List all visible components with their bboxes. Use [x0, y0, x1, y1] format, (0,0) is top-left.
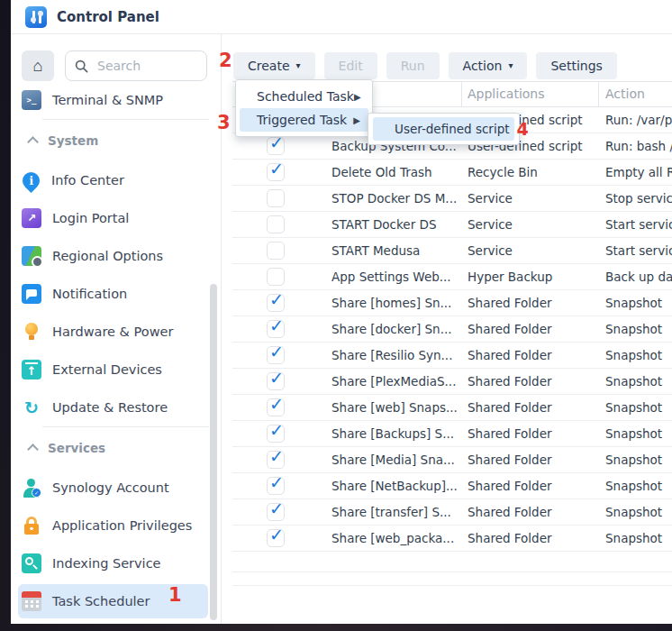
row-checkbox[interactable]: [267, 320, 285, 338]
sidebar-item[interactable]: Notification: [11, 275, 221, 313]
sidebar-item[interactable]: Regional Options: [11, 237, 221, 275]
search-input[interactable]: [95, 58, 197, 74]
row-checkbox[interactable]: [267, 451, 285, 469]
search-box[interactable]: [65, 50, 207, 81]
sidebar: ⌂ Terminal & SNMP: [11, 34, 222, 624]
table-row[interactable]: App Settings Web... Hyper Backup Back up…: [222, 264, 672, 290]
sidebar-item[interactable]: External Devices: [11, 351, 221, 389]
toolbar-button-label: Edit: [339, 59, 363, 73]
toolbar-button[interactable]: Create ▾: [233, 52, 315, 79]
synology-account-icon: [22, 478, 41, 498]
task-name-cell: Delete Old Trash: [331, 160, 459, 186]
menu-item[interactable]: Triggered Task ▶: [240, 108, 368, 132]
table-footer-line: [232, 585, 672, 586]
application-cell: Shared Folder: [468, 526, 596, 552]
window-header: Control Panel: [11, 0, 672, 34]
action-cell: Run: /var/p: [605, 107, 672, 133]
sidebar-item[interactable]: System: [11, 120, 221, 161]
toolbar-button[interactable]: Action ▾: [449, 52, 528, 79]
chevron-up-icon: [27, 444, 39, 455]
row-checkbox[interactable]: [267, 529, 285, 547]
sidebar-item[interactable]: Update & Restore: [11, 389, 221, 426]
table-row[interactable]: Share [transfer] S... Shared Folder Snap…: [222, 499, 672, 526]
application-cell: Shared Folder: [468, 447, 596, 473]
caret-down-icon: ▾: [508, 61, 513, 70]
table-row[interactable]: Share [docker] Sn... Shared Folder Snaps…: [222, 316, 672, 343]
home-icon: ⌂: [33, 58, 43, 74]
external-devices-icon: [22, 360, 41, 380]
task-name-cell: Share [transfer] S...: [331, 499, 459, 526]
row-checkbox[interactable]: [267, 294, 285, 312]
table-row[interactable]: Share [PlexMediaS... Shared Folder Snaps…: [222, 369, 672, 395]
table-row[interactable]: Share [homes] Sn... Shared Folder Snapsh…: [222, 290, 672, 316]
sidebar-item[interactable]: Terminal & SNMP: [11, 81, 221, 119]
sidebar-item[interactable]: Hardware & Power: [11, 313, 221, 351]
sidebar-item[interactable]: Login Portal: [11, 199, 221, 237]
task-name-cell: Share [docker] Sn...: [331, 316, 459, 343]
column-header-applications[interactable]: Applications: [468, 81, 545, 107]
application-cell: Shared Folder: [468, 316, 596, 343]
table-row[interactable]: Delete Old Trash Recycle Bin Empty all R: [222, 160, 672, 186]
sidebar-item[interactable]: Task Scheduler: [11, 582, 221, 620]
chevron-up-icon: [27, 136, 39, 148]
sidebar-item-label: Terminal & SNMP: [52, 93, 163, 107]
task-name-cell: Share [Resilio Syn...: [331, 343, 459, 369]
sidebar-item[interactable]: Indexing Service: [11, 544, 221, 582]
submenu-item[interactable]: User-defined script 4: [373, 117, 514, 141]
toolbar-button[interactable]: Settings: [536, 52, 616, 79]
table-row[interactable]: START Medusa Service Start servic: [222, 238, 672, 264]
regional-options-icon: [22, 246, 41, 266]
triggered-task-submenu: User-defined script 4: [368, 113, 520, 145]
row-checkbox[interactable]: [267, 137, 285, 155]
sidebar-item-label: System: [48, 133, 98, 148]
action-cell: Snapshot: [605, 447, 672, 473]
sidebar-item[interactable]: Application Privileges: [11, 507, 221, 544]
table-row[interactable]: Share [Backups] S... Shared Folder Snaps…: [222, 421, 672, 447]
sidebar-item-label: Regional Options: [52, 249, 163, 263]
toolbar-button[interactable]: Edit: [324, 52, 377, 79]
row-checkbox[interactable]: [267, 215, 285, 233]
sidebar-item[interactable]: Synology Account: [11, 469, 221, 507]
column-separator: [598, 82, 599, 106]
row-checkbox[interactable]: [267, 372, 285, 390]
row-checkbox[interactable]: [267, 242, 285, 260]
sidebar-item-label: Application Privileges: [52, 518, 192, 533]
home-button[interactable]: ⌂: [22, 50, 54, 81]
table-row[interactable]: START Docker DS Service Start servic: [222, 212, 672, 238]
table-row[interactable]: STOP Docker DS M... Service Stop servic: [222, 186, 672, 212]
sidebar-item[interactable]: Services: [11, 427, 221, 469]
application-cell: Shared Folder: [468, 290, 596, 316]
table-row[interactable]: Share [Media] Sna... Shared Folder Snaps…: [222, 447, 672, 473]
column-header-action[interactable]: Action: [605, 81, 645, 107]
row-checkbox[interactable]: [267, 346, 285, 364]
sidebar-top: ⌂: [11, 34, 221, 81]
toolbar: Create ▾ Edit Run Action ▾ Settings: [233, 52, 617, 79]
update-restore-icon: [22, 398, 41, 417]
submenu-arrow-icon: ▶: [354, 92, 361, 102]
sidebar-item-label: Synology Account: [52, 480, 169, 495]
row-checkbox[interactable]: [267, 503, 285, 521]
table-row[interactable]: Share [web] Snaps... Shared Folder Snaps…: [222, 395, 672, 421]
table-row[interactable]: Share [Resilio Syn... Shared Folder Snap…: [222, 343, 672, 369]
sidebar-item-label: Login Portal: [52, 211, 129, 225]
row-checkbox[interactable]: [267, 477, 285, 495]
callout-3: 3: [217, 114, 231, 133]
menu-item-label: Triggered Task: [257, 113, 347, 127]
row-checkbox[interactable]: [267, 398, 285, 416]
toolbar-button[interactable]: Run: [386, 52, 440, 79]
table-row[interactable]: Share [web_packa... Shared Folder Snapsh…: [222, 526, 672, 552]
sidebar-scrollbar-thumb[interactable]: [210, 284, 217, 620]
sidebar-item[interactable]: Info Center: [11, 161, 221, 199]
menu-item[interactable]: Scheduled Task ▶: [240, 85, 368, 108]
row-checkbox[interactable]: [267, 189, 285, 207]
table-row[interactable]: Share [NetBackup]... Shared Folder Snaps…: [222, 473, 672, 499]
action-cell: Back up dat: [605, 264, 672, 290]
row-checkbox[interactable]: [267, 268, 285, 286]
task-name-cell: Share [homes] Sn...: [331, 290, 459, 316]
sidebar-item-label: Hardware & Power: [52, 325, 173, 339]
control-panel-window: Control Panel ⌂ Terminal & SNMP: [11, 0, 672, 624]
row-checkbox[interactable]: [267, 163, 285, 181]
row-checkbox[interactable]: [267, 425, 285, 443]
sidebar-item-label: Task Scheduler: [52, 594, 150, 608]
login-portal-icon: [22, 208, 41, 228]
